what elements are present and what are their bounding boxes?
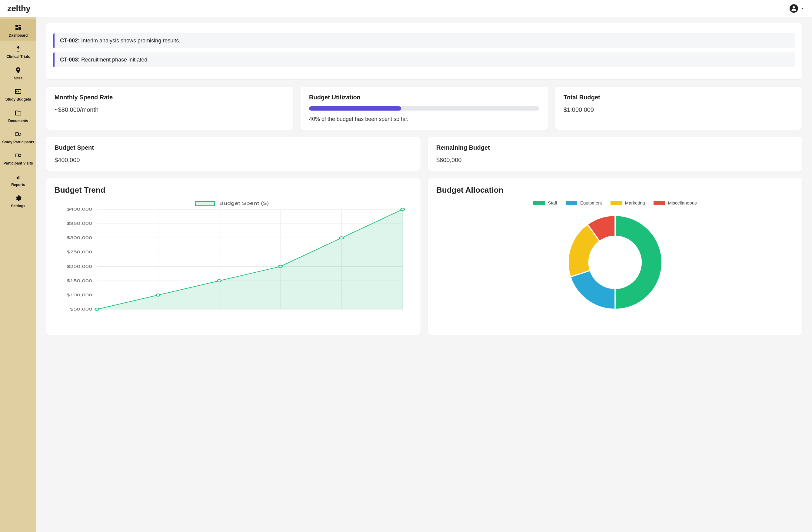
sidebar-item-study-participants[interactable]: Study Participants <box>0 126 37 147</box>
sidebar: DashboardClinical TrialsSitesStudy Budge… <box>0 17 37 352</box>
legend-item: Miscellaneous <box>654 200 697 205</box>
chart-title: Budget Trend <box>55 185 412 195</box>
card-value: $400,000 <box>55 157 412 163</box>
svg-rect-2 <box>16 133 18 136</box>
gear-icon <box>14 194 22 202</box>
svg-text:Budget Spent ($): Budget Spent ($) <box>219 201 269 206</box>
card-title: Remaining Budget <box>436 144 794 151</box>
sidebar-item-settings[interactable]: Settings <box>0 190 37 211</box>
sidebar-item-study-budgets[interactable]: Study Budgets <box>0 83 37 104</box>
svg-point-1 <box>16 91 17 92</box>
donut-chart: StaffEquipmentMarketingMiscellaneous <box>436 200 794 328</box>
card-monthly-spend: Monthly Spend Rate ~$80,000/month <box>46 87 293 130</box>
alert-id: CT-002: <box>60 38 80 44</box>
folder-icon <box>14 109 22 117</box>
svg-point-29 <box>156 294 160 296</box>
charts-row: Budget Trend $50,000$100,000$150,000$200… <box>46 178 802 335</box>
sidebar-item-sites[interactable]: Sites <box>0 62 37 83</box>
alerts-card: CT-002: Interim analysis shows promising… <box>46 23 802 80</box>
sidebar-item-label: Reports <box>11 183 25 187</box>
card-budget-utilization: Budget Utilization 40% of the budget has… <box>301 87 548 130</box>
svg-point-31 <box>278 265 282 268</box>
card-title: Budget Spent <box>55 144 412 151</box>
card-title: Total Budget <box>564 94 794 101</box>
svg-rect-4 <box>16 154 18 157</box>
svg-text:$100,000: $100,000 <box>67 293 92 297</box>
svg-text:$50,000: $50,000 <box>70 307 92 312</box>
sidebar-item-reports[interactable]: Reports <box>0 169 37 190</box>
card-value: $1,000,000 <box>564 106 794 113</box>
card-value: ~$80,000/month <box>55 106 285 113</box>
money-icon <box>14 88 22 96</box>
svg-point-33 <box>401 208 405 211</box>
barchart-icon <box>14 173 22 181</box>
progress-fill <box>309 106 401 111</box>
card-title: Monthly Spend Rate <box>55 94 285 101</box>
main-content: CT-002: Interim analysis shows promising… <box>37 0 812 352</box>
card-total-budget: Total Budget $1,000,000 <box>555 87 802 130</box>
legend-item: Staff <box>533 200 557 205</box>
chart-title: Budget Allocation <box>436 185 794 195</box>
avatar-icon <box>789 4 798 13</box>
sidebar-item-dashboard[interactable]: Dashboard <box>0 19 37 41</box>
sidebar-item-label: Settings <box>11 204 25 208</box>
alert-row: CT-002: Interim analysis shows promising… <box>53 33 795 48</box>
svg-text:$250,000: $250,000 <box>67 250 92 255</box>
svg-point-0 <box>18 91 19 92</box>
card-budget-trend: Budget Trend $50,000$100,000$150,000$200… <box>46 178 421 335</box>
card-budget-spent: Budget Spent $400,000 <box>46 137 421 171</box>
svg-point-3 <box>18 133 21 135</box>
topbar: zelthy <box>0 0 812 17</box>
sidebar-item-participant-visits[interactable]: Participant Visits <box>0 147 37 169</box>
sidebar-item-clinical-trials[interactable]: Clinical Trials <box>0 41 37 62</box>
sidebar-item-label: Study Participants <box>2 140 34 144</box>
svg-text:$350,000: $350,000 <box>67 221 92 226</box>
alert-text: Interim analysis shows promising results… <box>81 38 180 44</box>
sidebar-item-documents[interactable]: Documents <box>0 105 37 126</box>
stats-row-2: Budget Spent $400,000 Remaining Budget $… <box>46 137 802 171</box>
card-remaining-budget: Remaining Budget $600,000 <box>428 137 802 171</box>
user-menu[interactable] <box>789 4 805 13</box>
svg-point-32 <box>340 236 343 239</box>
alert-text: Recruitment phase initiated. <box>81 57 149 63</box>
alert-row: CT-003: Recruitment phase initiated. <box>53 53 795 67</box>
trials-icon <box>14 45 22 53</box>
sidebar-item-label: Dashboard <box>9 33 28 38</box>
svg-text:$400,000: $400,000 <box>67 207 92 212</box>
svg-text:$300,000: $300,000 <box>67 236 92 240</box>
legend-item: Marketing <box>610 200 645 205</box>
dashboard-icon <box>14 24 22 31</box>
location-icon <box>14 66 22 74</box>
progress-caption: 40% of the budget has been spent so far. <box>309 116 539 123</box>
chevron-down-icon <box>800 6 805 11</box>
sidebar-item-label: Study Budgets <box>5 97 31 101</box>
svg-point-5 <box>18 154 21 157</box>
alert-id: CT-003: <box>60 57 80 63</box>
svg-rect-34 <box>196 201 215 206</box>
stats-row-1: Monthly Spend Rate ~$80,000/month Budget… <box>46 87 802 130</box>
progress-bar <box>309 106 539 111</box>
sidebar-item-label: Sites <box>14 76 23 80</box>
participants-icon <box>14 130 22 138</box>
visits-icon <box>14 152 22 159</box>
card-budget-allocation: Budget Allocation StaffEquipmentMarketin… <box>428 178 802 335</box>
card-title: Budget Utilization <box>309 94 539 101</box>
svg-point-28 <box>95 308 99 311</box>
sidebar-item-label: Clinical Trials <box>6 55 30 59</box>
card-value: $600,000 <box>436 157 794 163</box>
sidebar-item-label: Participant Visits <box>3 161 33 166</box>
line-chart: $50,000$100,000$150,000$200,000$250,000$… <box>55 200 412 315</box>
svg-text:$150,000: $150,000 <box>67 278 92 283</box>
legend-item: Equipment <box>566 200 602 205</box>
sidebar-item-label: Documents <box>8 119 28 123</box>
svg-text:$200,000: $200,000 <box>67 264 92 269</box>
brand-logo[interactable]: zelthy <box>7 4 30 13</box>
svg-point-30 <box>217 279 221 282</box>
